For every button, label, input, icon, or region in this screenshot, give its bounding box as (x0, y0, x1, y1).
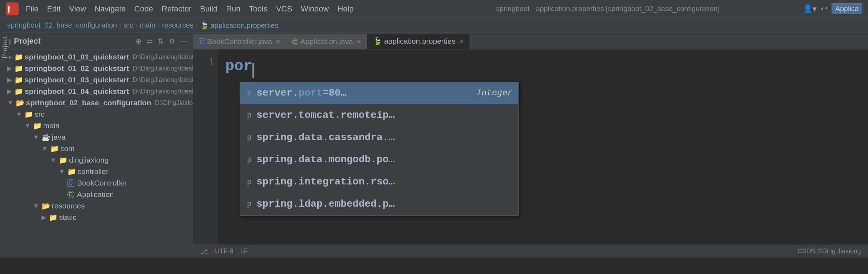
project-vertical-tab[interactable]: Project (0, 33, 9, 61)
title-right-icons: 👤▾ ↩ Applica (803, 3, 862, 14)
ac-item-5[interactable]: p spring.integration.rso… (240, 171, 518, 193)
menu-run[interactable]: Run (222, 3, 244, 15)
account-icon[interactable]: 👤▾ (803, 4, 816, 14)
sidebar-equalize-icon[interactable]: ⇅ (157, 36, 165, 47)
tree-item-com[interactable]: ▼ 📁 com (0, 143, 193, 154)
arrow-icon: ▼ (33, 134, 39, 141)
line-numbers: 1 (193, 49, 218, 245)
tree-item-springboot-01-01[interactable]: ▶ 📁 springboot_01_01_quickstart D:\DingJ… (0, 51, 193, 63)
project-tab-label[interactable]: Project (0, 33, 10, 61)
bottom-right: CSDN ©Ding Jiaxiong (798, 247, 861, 255)
menu-file[interactable]: File (22, 3, 42, 15)
folder-icon: 📁 (59, 156, 68, 164)
sidebar-close-icon[interactable]: — (179, 36, 188, 47)
menu-window[interactable]: Window (297, 3, 332, 15)
tree-item-springboot-01-03[interactable]: ▶ 📁 springboot_01_03_quickstart D:\DingJ… (0, 74, 193, 86)
breadcrumb-main[interactable]: main (140, 21, 155, 29)
tree-label: BookController (77, 179, 127, 187)
menu-navigate[interactable]: Navigate (91, 3, 129, 15)
breadcrumb-project[interactable]: springboot_02_base_configuration (7, 21, 117, 29)
tree-item-src[interactable]: ▼ 📁 src (0, 109, 193, 120)
ac-bullet-4: p (246, 154, 253, 166)
window-title: springboot - application.properties [spr… (413, 5, 803, 13)
code-editor[interactable]: por p server.port=80… Integer p (218, 49, 868, 245)
credit-label: CSDN ©Ding Jiaxiong (798, 247, 861, 255)
arrow-icon: ▶ (7, 76, 12, 84)
line-sep-label[interactable]: LF (240, 247, 248, 255)
breadcrumb-file[interactable]: 🍃application.properties (200, 21, 278, 30)
tree-item-controller[interactable]: ▼ 📁 controller (0, 166, 193, 177)
menu-help[interactable]: Help (334, 3, 357, 15)
breadcrumb-sep-1: › (119, 21, 122, 29)
tab-application-label: Application.java (300, 37, 353, 46)
autocomplete-dropdown: p server.port=80… Integer p server.tomca… (240, 82, 519, 216)
arrow-icon: ▼ (16, 111, 22, 118)
tree-path: D:\DingJiaxiong\IdeaProjects (133, 76, 193, 84)
tree-item-springboot-02[interactable]: ▼ 📂 springboot_02_base_configuration D:\… (0, 97, 193, 109)
ac-bullet-2: p (246, 110, 253, 121)
sidebar-header: ▣ Project ⊕ ⇌ ⇅ ⚙ — (0, 33, 193, 50)
tree-item-java[interactable]: ▼ ☕ java (0, 131, 193, 143)
encoding-label[interactable]: UTF-8 (215, 247, 233, 255)
tree-path: D:\DingJiaxiong\IdeaProjects (133, 53, 193, 61)
breadcrumb-resources[interactable]: resources (162, 21, 193, 29)
tree-label: static (59, 213, 77, 222)
arrow-icon: ▼ (41, 145, 48, 153)
menu-tools[interactable]: Tools (246, 3, 271, 15)
tab-close-props[interactable]: ✕ (459, 38, 464, 45)
tree-label: springboot_02_base_configuration (26, 98, 151, 107)
tree-item-springboot-01-04[interactable]: ▶ 📁 springboot_01_04_quickstart D:\DingJ… (0, 86, 193, 97)
tree-item-springboot-01-02[interactable]: ▶ 📁 springboot_01_02_quickstart D:\DingJ… (0, 63, 193, 74)
tree-item-main[interactable]: ▼ 📁 main (0, 120, 193, 131)
tab-close-application[interactable]: ✕ (357, 38, 361, 45)
menu-code[interactable]: Code (131, 3, 157, 15)
tree-label: com (60, 144, 75, 153)
menu-view[interactable]: View (65, 3, 89, 15)
svg-text:I: I (8, 4, 10, 15)
arrow-icon: ▼ (7, 99, 14, 107)
tree-item-static[interactable]: ▶ 📁 static (0, 212, 193, 223)
arrow-icon: ▶ (7, 64, 12, 72)
menu-build[interactable]: Build (196, 3, 221, 15)
sidebar-settings-icon[interactable]: ⚙ (168, 36, 176, 47)
tab-application[interactable]: C Application.java ✕ (286, 34, 367, 49)
ac-item-3[interactable]: p spring.data.cassandra.… (240, 126, 518, 149)
git-icon: ⎇ (200, 247, 208, 255)
java-class-icon: C (67, 179, 74, 187)
tab-props-label: application.properties (384, 37, 456, 45)
editor-area: C BookController.java ✕ C Application.ja… (193, 33, 868, 258)
tree-item-resources[interactable]: ▼ 📂 resources (0, 200, 193, 212)
arrow-icon: ▶ (41, 213, 46, 221)
sidebar-scope-icon[interactable]: ⊕ (134, 36, 143, 47)
breadcrumb-src[interactable]: src (124, 21, 133, 29)
menu-refactor[interactable]: Refactor (158, 3, 195, 15)
props-icon: 🍃 (200, 21, 209, 29)
tab-bookcontroller[interactable]: C BookController.java ✕ (193, 34, 286, 49)
ac-text-2: server.tomcat.remoteip… (256, 108, 513, 123)
menu-edit[interactable]: Edit (43, 3, 64, 15)
ac-item-2[interactable]: p server.tomcat.remoteip… (240, 104, 518, 126)
sidebar-title: Project (14, 37, 132, 46)
ac-item-1[interactable]: p server.port=80… Integer (240, 82, 518, 104)
tree-label: controller (78, 167, 108, 176)
ac-text-1: server.port=80… (256, 86, 473, 101)
tree-path: D:\DingJiaxiong\IdeaProjects (133, 65, 193, 72)
ac-item-4[interactable]: p spring.data.mongodb.po… (240, 149, 518, 171)
tab-close-bookcontroller[interactable]: ✕ (276, 38, 280, 45)
tree-item-dingjiaxiong[interactable]: ▼ 📁 dingjiaxiong (0, 154, 193, 166)
tab-bar: C BookController.java ✕ C Application.ja… (193, 33, 868, 49)
ac-item-6[interactable]: p spring.ldap.embedded.p… (240, 193, 518, 215)
tree-label: java (52, 133, 66, 141)
breadcrumb-sep-2: › (135, 21, 138, 29)
tree-item-bookcontroller[interactable]: C BookController (0, 177, 193, 189)
menu-vcs[interactable]: VCS (273, 3, 296, 15)
tab-application-properties[interactable]: 🍃 application.properties ✕ (367, 34, 470, 49)
arrow-icon: ▼ (59, 168, 65, 176)
ac-bullet-6: p (246, 198, 253, 210)
tree-item-application[interactable]: C Application (0, 189, 193, 200)
tree-label: springboot_01_03_quickstart (25, 76, 129, 84)
back-icon[interactable]: ↩ (821, 4, 827, 14)
sidebar-scroll-icon[interactable]: ⇌ (146, 36, 154, 47)
breadcrumb-bar: springboot_02_base_configuration › src ›… (0, 18, 868, 33)
tab-c-icon: C (199, 38, 205, 45)
